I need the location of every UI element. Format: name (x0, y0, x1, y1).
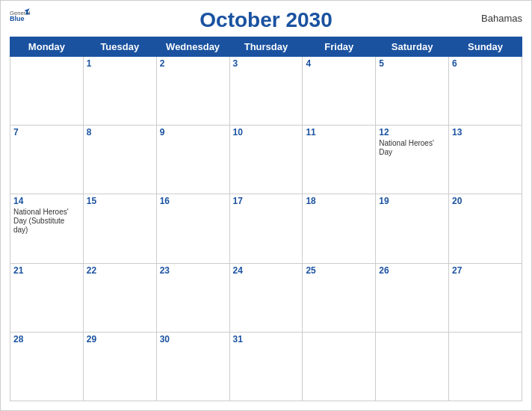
col-monday: Monday (10, 37, 84, 57)
col-wednesday: Wednesday (156, 37, 229, 57)
calendar-cell: 29 (83, 332, 156, 401)
day-number: 27 (452, 265, 519, 276)
day-number: 30 (160, 334, 226, 344)
table-row: 123456 (10, 57, 522, 126)
day-number: 20 (452, 196, 519, 206)
calendar-cell: 4 (303, 57, 376, 126)
day-number: 29 (87, 334, 153, 344)
calendar-cell: 1 (83, 57, 156, 126)
table-row: 14National Heroes' Day (Substitute day)1… (10, 194, 522, 263)
day-number: 18 (306, 196, 372, 206)
day-number: 2 (160, 58, 226, 69)
calendar-cell: 8 (83, 126, 156, 194)
calendar-cell: 6 (449, 57, 522, 126)
calendar-cell: 12National Heroes' Day (376, 126, 449, 194)
day-number: 14 (13, 196, 80, 206)
day-event: National Heroes' Day (Substitute day) (13, 208, 80, 235)
svg-text:Blue: Blue (10, 15, 25, 22)
day-number: 8 (87, 127, 153, 137)
calendar-cell: 22 (83, 263, 156, 332)
calendar-cell: 14National Heroes' Day (Substitute day) (10, 194, 84, 263)
day-number: 24 (233, 265, 300, 276)
calendar-cell: 23 (156, 263, 229, 332)
calendar-cell: 11 (303, 126, 376, 194)
col-friday: Friday (303, 37, 376, 57)
calendar-container: General Blue October 2030 Bahamas Monday… (0, 0, 532, 411)
day-number: 10 (233, 127, 300, 137)
calendar-cell: 5 (376, 57, 449, 126)
header-row: Monday Tuesday Wednesday Thursday Friday… (10, 37, 522, 57)
calendar-cell: 25 (303, 263, 376, 332)
calendar-cell: 21 (10, 263, 84, 332)
day-number: 21 (13, 265, 80, 276)
calendar-cell: 13 (449, 126, 522, 194)
calendar-cell: 26 (376, 263, 449, 332)
day-number: 5 (379, 58, 445, 69)
calendar-cell: 16 (156, 194, 229, 263)
day-number: 26 (379, 265, 445, 276)
col-thursday: Thursday (229, 37, 303, 57)
calendar-cell: 9 (156, 126, 229, 194)
day-number: 19 (379, 196, 445, 206)
col-tuesday: Tuesday (83, 37, 156, 57)
day-number: 16 (160, 196, 226, 206)
day-number: 22 (87, 265, 153, 276)
day-number: 6 (452, 58, 519, 69)
calendar-cell (376, 332, 449, 401)
country-label: Bahamas (481, 13, 522, 24)
day-number: 1 (87, 58, 153, 69)
day-number: 9 (160, 127, 226, 137)
calendar-cell: 10 (229, 126, 303, 194)
day-number: 3 (233, 58, 300, 69)
day-number: 4 (306, 58, 372, 69)
day-number: 15 (87, 196, 153, 206)
day-number: 7 (13, 127, 80, 137)
calendar-cell (303, 332, 376, 401)
table-row: 28293031 (10, 332, 522, 401)
day-event: National Heroes' Day (379, 139, 445, 157)
day-number: 23 (160, 265, 226, 276)
col-sunday: Sunday (449, 37, 522, 57)
calendar-cell: 3 (229, 57, 303, 126)
calendar-cell: 20 (449, 194, 522, 263)
calendar-header: General Blue October 2030 Bahamas (10, 8, 522, 32)
day-number: 17 (233, 196, 300, 206)
calendar-cell: 15 (83, 194, 156, 263)
logo-bird-icon: General Blue (10, 8, 31, 23)
calendar-cell: 7 (10, 126, 84, 194)
calendar-table: Monday Tuesday Wednesday Thursday Friday… (10, 37, 522, 401)
day-number: 25 (306, 265, 372, 276)
logo-area: General Blue (10, 8, 31, 23)
table-row: 789101112National Heroes' Day13 (10, 126, 522, 194)
calendar-cell: 2 (156, 57, 229, 126)
calendar-cell: 30 (156, 332, 229, 401)
calendar-cell: 24 (229, 263, 303, 332)
calendar-title: October 2030 (200, 8, 332, 32)
col-saturday: Saturday (376, 37, 449, 57)
calendar-cell: 28 (10, 332, 84, 401)
calendar-cell (10, 57, 84, 126)
calendar-cell: 31 (229, 332, 303, 401)
calendar-cell: 18 (303, 194, 376, 263)
day-number: 12 (379, 127, 445, 137)
day-number: 11 (306, 127, 372, 137)
table-row: 21222324252627 (10, 263, 522, 332)
day-number: 13 (452, 127, 519, 137)
calendar-cell (449, 332, 522, 401)
calendar-cell: 27 (449, 263, 522, 332)
day-number: 28 (13, 334, 80, 344)
day-number: 31 (233, 334, 300, 344)
calendar-cell: 17 (229, 194, 303, 263)
calendar-cell: 19 (376, 194, 449, 263)
